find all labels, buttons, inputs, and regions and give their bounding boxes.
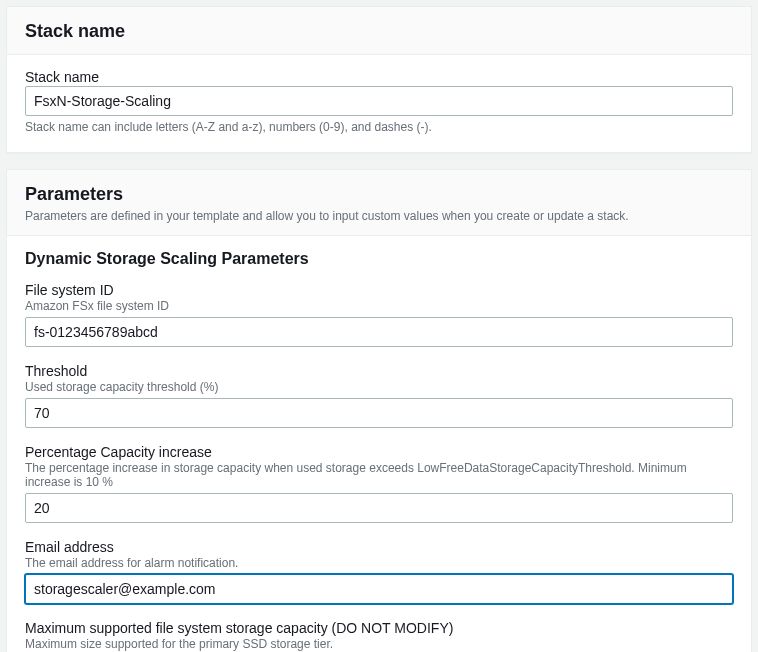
max-capacity-label: Maximum supported file system storage ca… xyxy=(25,620,733,636)
stack-name-body: Stack name Stack name can include letter… xyxy=(7,55,751,152)
stack-name-label: Stack name xyxy=(25,69,733,85)
email-input[interactable] xyxy=(25,574,733,604)
parameters-subsection-title: Dynamic Storage Scaling Parameters xyxy=(25,250,733,268)
stack-name-panel: Stack name Stack name Stack name can inc… xyxy=(6,6,752,153)
threshold-label: Threshold xyxy=(25,363,733,379)
max-capacity-desc: Maximum size supported for the primary S… xyxy=(25,637,733,651)
stack-name-heading: Stack name xyxy=(25,21,733,42)
percentage-increase-field: Percentage Capacity increase The percent… xyxy=(25,444,733,523)
email-label: Email address xyxy=(25,539,733,555)
email-field: Email address The email address for alar… xyxy=(25,539,733,604)
percentage-increase-desc: The percentage increase in storage capac… xyxy=(25,461,733,489)
percentage-increase-label: Percentage Capacity increase xyxy=(25,444,733,460)
file-system-id-desc: Amazon FSx file system ID xyxy=(25,299,733,313)
file-system-id-input[interactable] xyxy=(25,317,733,347)
stack-name-header: Stack name xyxy=(7,7,751,55)
threshold-desc: Used storage capacity threshold (%) xyxy=(25,380,733,394)
file-system-id-field: File system ID Amazon FSx file system ID xyxy=(25,282,733,347)
threshold-input[interactable] xyxy=(25,398,733,428)
parameters-body: Dynamic Storage Scaling Parameters File … xyxy=(7,236,751,652)
parameters-description: Parameters are defined in your template … xyxy=(25,209,733,223)
threshold-field: Threshold Used storage capacity threshol… xyxy=(25,363,733,428)
file-system-id-label: File system ID xyxy=(25,282,733,298)
parameters-panel: Parameters Parameters are defined in you… xyxy=(6,169,752,652)
email-desc: The email address for alarm notification… xyxy=(25,556,733,570)
parameters-heading: Parameters xyxy=(25,184,733,205)
stack-name-hint: Stack name can include letters (A-Z and … xyxy=(25,120,733,134)
percentage-increase-input[interactable] xyxy=(25,493,733,523)
max-capacity-field: Maximum supported file system storage ca… xyxy=(25,620,733,652)
parameters-header: Parameters Parameters are defined in you… xyxy=(7,170,751,236)
stack-name-input[interactable] xyxy=(25,86,733,116)
stack-name-field: Stack name Stack name can include letter… xyxy=(25,69,733,134)
